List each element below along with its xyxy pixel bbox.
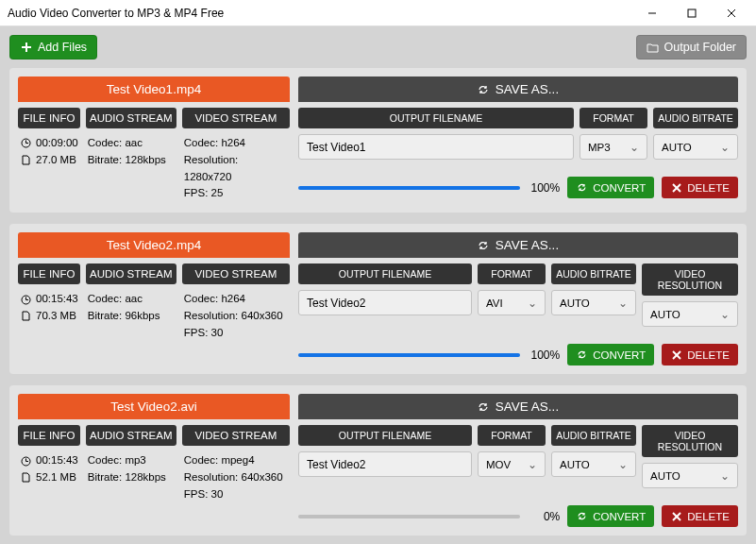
source-filename: Test Video2.mp4 xyxy=(18,232,290,258)
file-icon xyxy=(20,154,32,166)
close-icon xyxy=(670,510,682,522)
audio-bitrate-header: AUDIO BITRATE xyxy=(551,264,636,284)
video-resolution-header: VIDEO RESOLUTION xyxy=(642,425,738,457)
convert-button[interactable]: CONVERT xyxy=(567,177,654,198)
source-filename: Test Video2.avi xyxy=(18,394,290,419)
format-header: FORMAT xyxy=(478,425,546,446)
clock-icon xyxy=(20,455,32,468)
refresh-icon xyxy=(576,510,588,522)
progress-percent: 0% xyxy=(528,510,560,523)
add-files-label: Add Files xyxy=(38,41,87,54)
progress-bar xyxy=(298,515,520,518)
audio-bitrate: Bitrate: 96kbps xyxy=(88,308,175,325)
output-filename-input[interactable] xyxy=(298,134,574,160)
format-header: FORMAT xyxy=(478,264,546,284)
chevron-down-icon: ⌄ xyxy=(618,297,628,310)
options-row: OUTPUT FILENAME FORMAT MP3⌄ AUDIO BITRAT… xyxy=(298,108,738,160)
add-files-button[interactable]: Add Files xyxy=(9,35,97,60)
refresh-icon xyxy=(576,348,588,361)
progress-fill xyxy=(298,186,520,190)
close-icon xyxy=(670,181,682,194)
audio-stream-header: AUDIO STREAM xyxy=(86,108,176,128)
source-filename: Test Video1.mp4 xyxy=(18,76,290,102)
chevron-down-icon: ⌄ xyxy=(720,469,730,483)
output-filename-input[interactable] xyxy=(298,451,472,477)
audio-bitrate-header: AUDIO BITRATE xyxy=(551,425,636,446)
progress-bar xyxy=(298,353,520,357)
toolbar: Add Files Output Folder xyxy=(0,26,756,68)
audio-bitrate-header: AUDIO BITRATE xyxy=(653,108,738,128)
save-as-header: SAVE AS... xyxy=(298,76,738,102)
plus-icon xyxy=(20,42,32,54)
format-select[interactable]: AVI⌄ xyxy=(478,290,546,315)
duration: 00:09:00 xyxy=(36,135,78,152)
video-codec: Codec: mpeg4 xyxy=(184,452,288,469)
titlebar: Audio Video Converter to MP3 & MP4 Free xyxy=(0,0,756,26)
file-card: Test Video2.avi FILE INFO 00:15:43 52.1 … xyxy=(9,385,747,536)
progress-fill xyxy=(298,353,520,357)
audio-bitrate: Bitrate: 128kbps xyxy=(88,469,175,486)
refresh-icon xyxy=(478,83,490,95)
convert-button[interactable]: CONVERT xyxy=(567,344,654,366)
video-fps: FPS: 30 xyxy=(184,325,288,342)
progress-percent: 100% xyxy=(528,181,560,195)
video-fps: FPS: 30 xyxy=(184,486,288,503)
refresh-icon xyxy=(478,239,490,251)
video-resolution-select[interactable]: AUTO⌄ xyxy=(642,301,738,327)
video-codec: Codec: h264 xyxy=(184,291,288,308)
output-filename-header: OUTPUT FILENAME xyxy=(298,264,472,284)
progress-percent: 100% xyxy=(528,348,560,362)
audio-bitrate-select[interactable]: AUTO⌄ xyxy=(653,134,738,160)
file-card: Test Video1.mp4 FILE INFO 00:09:00 27.0 … xyxy=(9,68,747,212)
video-stream-header: VIDEO STREAM xyxy=(182,425,290,446)
audio-bitrate-select[interactable]: AUTO⌄ xyxy=(551,290,636,315)
convert-button[interactable]: CONVERT xyxy=(567,505,654,527)
video-fps: FPS: 25 xyxy=(184,185,288,202)
chevron-down-icon: ⌄ xyxy=(528,297,537,310)
chevron-down-icon: ⌄ xyxy=(630,141,639,154)
file-icon xyxy=(20,310,32,322)
filesize: 70.3 MB xyxy=(36,308,76,325)
chevron-down-icon: ⌄ xyxy=(720,308,730,321)
audio-codec: Codec: mp3 xyxy=(88,452,175,469)
window-title: Audio Video Converter to MP3 & MP4 Free xyxy=(8,7,224,20)
file-info-header: FILE INFO xyxy=(18,264,80,284)
output-folder-label: Output Folder xyxy=(664,41,736,54)
video-resolution-select[interactable]: AUTO⌄ xyxy=(642,463,738,488)
audio-bitrate: Bitrate: 128kbps xyxy=(88,152,175,169)
delete-button[interactable]: DELETE xyxy=(662,177,738,198)
progress-bar xyxy=(298,186,520,190)
refresh-icon xyxy=(576,181,588,194)
file-info-header: FILE INFO xyxy=(18,425,80,446)
video-resolution-header: VIDEO RESOLUTION xyxy=(642,264,738,296)
clock-icon xyxy=(20,137,32,149)
audio-codec: Codec: aac xyxy=(88,135,175,152)
close-button[interactable] xyxy=(712,1,751,26)
delete-button[interactable]: DELETE xyxy=(662,344,738,366)
format-header: FORMAT xyxy=(580,108,647,128)
folder-icon xyxy=(647,42,659,54)
format-select[interactable]: MOV⌄ xyxy=(478,451,546,477)
options-row: OUTPUT FILENAME FORMAT MOV⌄ AUDIO BITRAT… xyxy=(298,425,738,488)
chevron-down-icon: ⌄ xyxy=(720,141,730,154)
duration: 00:15:43 xyxy=(36,452,78,469)
video-codec: Codec: h264 xyxy=(184,135,288,152)
video-resolution: Resolution: 640x360 xyxy=(184,469,288,486)
save-as-header: SAVE AS... xyxy=(298,232,738,258)
maximize-button[interactable] xyxy=(672,1,712,26)
format-select[interactable]: MP3⌄ xyxy=(580,134,647,160)
svg-rect-1 xyxy=(688,9,696,17)
audio-codec: Codec: aac xyxy=(88,291,175,308)
delete-button[interactable]: DELETE xyxy=(662,505,738,527)
output-folder-button[interactable]: Output Folder xyxy=(636,35,747,60)
duration: 00:15:43 xyxy=(36,291,78,308)
minimize-button[interactable] xyxy=(632,1,672,26)
window-controls xyxy=(632,1,751,26)
video-stream-header: VIDEO STREAM xyxy=(182,264,290,284)
output-filename-header: OUTPUT FILENAME xyxy=(298,425,472,446)
file-icon xyxy=(20,471,32,484)
chevron-down-icon: ⌄ xyxy=(528,458,537,471)
file-info-header: FILE INFO xyxy=(18,108,80,128)
output-filename-input[interactable] xyxy=(298,290,472,315)
audio-bitrate-select[interactable]: AUTO⌄ xyxy=(551,451,636,477)
